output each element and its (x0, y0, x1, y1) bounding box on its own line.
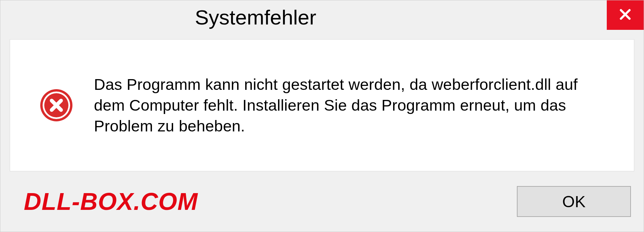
dialog-footer: DLL-BOX.COM OK (0, 171, 644, 232)
ok-button[interactable]: OK (517, 186, 631, 217)
error-message: Das Programm kann nicht gestartet werden… (94, 74, 614, 136)
error-icon (40, 89, 73, 122)
content-panel: Das Programm kann nicht gestartet werden… (10, 39, 634, 171)
titlebar: Systemfehler (0, 0, 644, 34)
close-button[interactable] (607, 0, 644, 30)
close-icon (618, 7, 633, 23)
error-dialog: Systemfehler Das Programm kann nicht ges… (0, 0, 644, 232)
dialog-title: Systemfehler (195, 5, 316, 29)
watermark-text: DLL-BOX.COM (24, 188, 198, 215)
